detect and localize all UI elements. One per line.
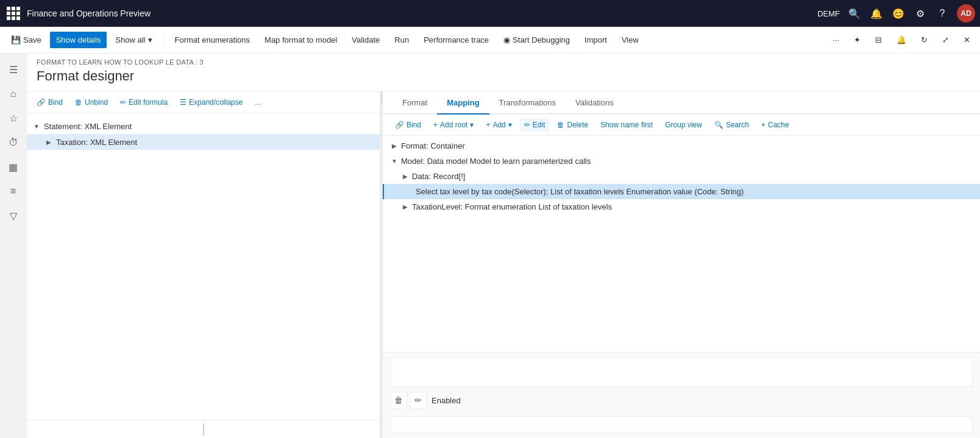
tab-format[interactable]: Format [392,92,437,115]
waffle-icon[interactable] [5,5,22,22]
search-button[interactable]: 🔍 Search [709,118,754,132]
performance-trace-button[interactable]: Performance trace [417,32,495,48]
panel-icon[interactable]: ⊟ [870,32,887,48]
map-node-format[interactable]: ▶ Format: Container [383,138,980,154]
close-icon[interactable]: ✕ [959,32,975,48]
group-view-button[interactable]: Group view [660,118,707,132]
delete-button[interactable]: 🗑 Delete [552,118,593,132]
edit-formula-button[interactable]: ✏ Edit formula [115,96,172,109]
expand-icon[interactable]: ▶ [390,143,399,149]
formula-icons: 🗑 ✏ [390,392,427,409]
link-icon: 🔗 [395,121,404,129]
settings-icon[interactable]: ⚙ [913,6,928,21]
tab-validations[interactable]: Validations [566,92,623,115]
import-button[interactable]: Import [578,32,613,48]
tree-node-statement[interactable]: ▼ Statement: XML Element [27,118,380,134]
plus-icon: + [761,121,765,129]
star-icon[interactable]: ☆ [2,107,24,129]
map-node-data[interactable]: ▶ Data: Record[!] [383,169,980,184]
add-root-button[interactable]: + Add root ▾ [428,118,478,132]
filter-icon[interactable]: ▽ [2,205,24,227]
clock-icon[interactable]: ⏱ [2,132,24,154]
left-panel: 🔗 Bind 🗑 Unbind ✏ Edit formula ☰ Expand/… [27,92,380,438]
list-expand-icon: ☰ [180,98,186,107]
enabled-input[interactable] [390,416,973,433]
bind-button[interactable]: 🔗 Bind [32,96,68,109]
collapse-icon[interactable]: ▼ [32,121,41,131]
run-button[interactable]: Run [388,32,415,48]
page-header: FORMAT TO LEARN HOW TO LOOKUP LE DATA : … [27,54,980,92]
hamburger-icon[interactable]: ☰ [2,58,24,80]
favorites-icon[interactable]: ✦ [849,32,865,48]
expand-icon[interactable]: ⤢ [937,32,954,48]
breadcrumb: FORMAT TO LEARN HOW TO LOOKUP LE DATA : … [37,58,970,66]
more-options-button[interactable]: ... [250,96,266,109]
chevron-down-icon: ▾ [470,121,474,129]
bell-icon[interactable]: 🔔 [869,6,884,21]
expand-icon[interactable]: ▶ [401,203,410,210]
add-button[interactable]: + Add ▾ [481,118,516,132]
link-icon: 🔗 [37,98,46,107]
designer-layout: 🔗 Bind 🗑 Unbind ✏ Edit formula ☰ Expand/… [27,92,980,438]
cache-button[interactable]: + Cache [756,118,794,132]
show-name-first-button[interactable]: Show name first [595,118,658,132]
tab-transformations[interactable]: Transformations [489,92,566,115]
trash-icon: 🗑 [557,121,564,129]
unbind-button[interactable]: 🗑 Unbind [70,96,113,109]
start-debugging-button[interactable]: ◉ Start Debugging [497,32,576,48]
search-icon[interactable]: 🔍 [847,6,862,21]
tab-mapping[interactable]: Mapping [437,92,489,115]
debug-icon: ◉ [503,35,510,44]
map-format-button[interactable]: Map format to model [258,32,343,48]
expand-icon[interactable]: ▶ [401,173,410,180]
separator-1 [163,33,164,48]
delete-formula-button[interactable]: 🗑 [390,392,407,409]
right-panel: Format Mapping Transformations Validatio… [383,92,980,438]
show-all-button[interactable]: Show all ▾ [109,32,158,48]
pencil-icon: ✏ [120,98,126,107]
collapse-icon[interactable]: ▼ [390,158,399,164]
tree-node-taxation[interactable]: ▶ Taxation: XML Element [27,134,380,150]
save-icon: 💾 [11,35,21,44]
title-bar-app: Finance and Operations Preview [5,5,817,22]
formula-input[interactable] [390,358,973,387]
map-node-select-tax[interactable]: Select tax level by tax code(Selector): … [383,184,980,199]
plus-icon: + [433,121,438,129]
mapping-bind-button[interactable]: 🔗 Bind [390,118,426,132]
map-node-model[interactable]: ▼ Model: Data model Model to learn param… [383,154,980,169]
save-button[interactable]: 💾 Save [5,32,48,48]
edit-button[interactable]: ✏ Edit [519,118,550,132]
expand-collapse-button[interactable]: ☰ Expand/collapse [175,96,247,109]
map-node-taxation-level[interactable]: ▶ TaxationLevel: Format enumeration List… [383,199,980,214]
edit-formula-button[interactable]: ✏ [410,392,427,409]
home-icon[interactable]: ⌂ [2,83,24,105]
title-bar-right: DEMF 🔍 🔔 😊 ⚙ ? AD [817,4,975,23]
cmd-right: ··· ✦ ⊟ 🔔 ↻ ⤢ ✕ [828,32,975,48]
help-icon[interactable]: ? [935,6,950,21]
content-area: FORMAT TO LEARN HOW TO LOOKUP LE DATA : … [27,54,980,438]
pencil-icon: ✏ [524,121,530,129]
expand-icon[interactable]: ▶ [44,137,54,147]
search-icon: 🔍 [714,121,723,129]
list-icon[interactable]: ≡ [2,180,24,202]
show-details-button[interactable]: Show details [50,32,107,48]
face-icon[interactable]: 😊 [891,6,906,21]
left-nav: ☰ ⌂ ☆ ⏱ ▦ ≡ ▽ [0,54,27,438]
title-bar: Finance and Operations Preview DEMF 🔍 🔔 … [0,0,980,27]
notifications-icon[interactable]: 🔔 [892,32,911,48]
format-enumerations-button[interactable]: Format enumerations [169,32,257,48]
view-button[interactable]: View [616,32,645,48]
mapping-tree: ▶ Format: Container ▼ Model: Data model … [383,136,980,352]
validate-button[interactable]: Validate [346,32,386,48]
chevron-down-icon: ▾ [508,121,512,129]
tree-area: ▼ Statement: XML Element ▶ Taxation: XML… [27,113,380,420]
refresh-icon[interactable]: ↻ [916,32,932,48]
command-bar: 💾 Save Show details Show all ▾ Format en… [0,27,980,54]
more-button[interactable]: ··· [828,32,844,48]
avatar[interactable]: AD [957,4,975,23]
formula-area: 🗑 ✏ Enabled [383,352,980,438]
calendar-icon[interactable]: ▦ [2,156,24,178]
main-layout: ☰ ⌂ ☆ ⏱ ▦ ≡ ▽ FORMAT TO LEARN HOW TO LOO… [0,54,980,438]
tree-node-label: Statement: XML Element [44,122,132,131]
trash-icon: 🗑 [75,98,82,107]
